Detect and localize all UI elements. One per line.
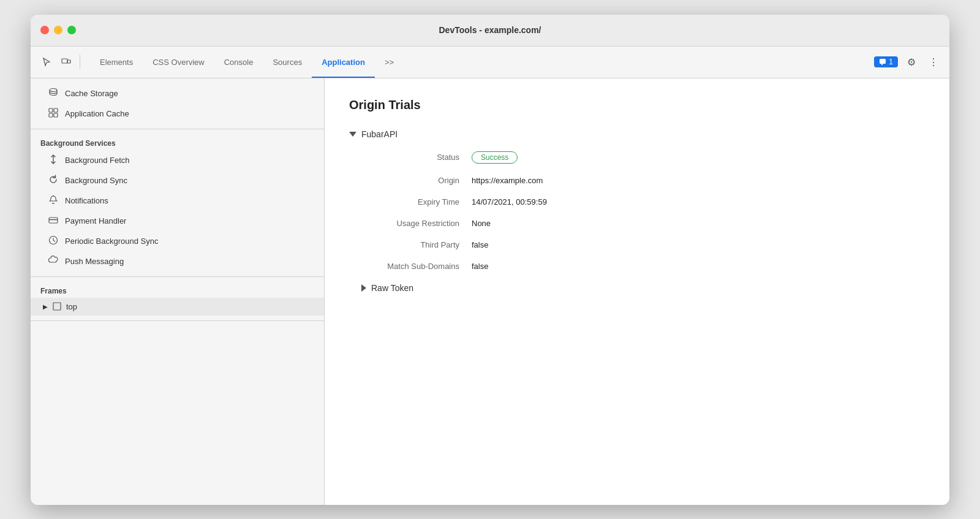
settings-button[interactable]: ⚙	[903, 53, 920, 70]
top-frame-label: top	[66, 302, 77, 311]
expiry-time-row: Expiry Time 14/07/2021, 00:59:59	[349, 197, 925, 206]
collapse-icon[interactable]	[349, 132, 356, 137]
sidebar-item-background-sync[interactable]: Background Sync	[31, 170, 324, 191]
status-badge: Success	[472, 151, 518, 164]
sidebar-item-top-frame[interactable]: ▶ top	[31, 298, 324, 316]
main-panel: Origin Trials FubarAPI Status Success Or…	[325, 78, 949, 505]
storage-section: Cache Storage Application Cache	[31, 78, 324, 129]
cache-storage-label: Cache Storage	[65, 89, 118, 98]
usage-restriction-value: None	[472, 219, 491, 228]
sidebar-item-push-messaging[interactable]: Push Messaging	[31, 251, 324, 271]
svg-rect-8	[54, 113, 58, 117]
database-icon	[48, 88, 58, 97]
svg-rect-10	[49, 218, 58, 223]
payment-handler-label: Payment Handler	[65, 216, 126, 225]
origin-label: Origin	[361, 176, 472, 185]
third-party-row: Third Party false	[349, 240, 925, 249]
notification-badge[interactable]: 1	[874, 56, 898, 67]
raw-token-row: Raw Token	[349, 283, 925, 293]
minimize-button[interactable]	[54, 26, 62, 34]
periodic-background-sync-label: Periodic Background Sync	[65, 237, 158, 246]
raw-token-label: Raw Token	[371, 283, 413, 293]
third-party-label: Third Party	[361, 240, 472, 249]
comment-icon	[879, 58, 886, 66]
more-options-button[interactable]: ⋮	[925, 53, 942, 70]
notifications-icon	[48, 195, 59, 206]
usage-restriction-label: Usage Restriction	[361, 219, 472, 228]
periodic-sync-icon	[48, 235, 59, 247]
cloud-icon	[48, 256, 58, 265]
tab-sources[interactable]: Sources	[263, 47, 312, 78]
titlebar: DevTools - example.com/	[31, 15, 949, 47]
clock-icon	[48, 235, 58, 245]
svg-rect-2	[880, 59, 886, 64]
application-cache-icon	[48, 108, 59, 119]
svg-rect-13	[53, 303, 61, 310]
expiry-time-value: 14/07/2021, 00:59:59	[472, 197, 547, 206]
api-section: FubarAPI Status Success Origin https://e…	[349, 129, 925, 293]
svg-rect-5	[49, 108, 53, 112]
svg-marker-3	[881, 64, 883, 66]
tab-application[interactable]: Application	[312, 47, 375, 78]
svg-rect-7	[49, 113, 53, 117]
bell-icon	[48, 195, 58, 205]
notification-count: 1	[889, 58, 893, 66]
match-sub-domains-label: Match Sub-Domains	[361, 262, 472, 271]
push-messaging-icon	[48, 256, 59, 267]
tab-css-overview[interactable]: CSS Overview	[143, 47, 214, 78]
background-fetch-label: Background Fetch	[65, 156, 130, 165]
sidebar-item-application-cache[interactable]: Application Cache	[31, 104, 324, 124]
usage-restriction-row: Usage Restriction None	[349, 219, 925, 228]
sidebar-item-periodic-background-sync[interactable]: Periodic Background Sync	[31, 231, 324, 251]
status-row: Status Success	[349, 151, 925, 164]
cursor-tool-button[interactable]	[38, 53, 55, 70]
toolbar-right: 1 ⚙ ⋮	[874, 53, 942, 70]
sidebar-item-background-fetch[interactable]: Background Fetch	[31, 150, 324, 170]
sync-icon	[48, 175, 58, 184]
api-name: FubarAPI	[361, 129, 398, 139]
svg-rect-0	[62, 59, 67, 63]
background-fetch-icon	[48, 154, 59, 166]
svg-rect-1	[67, 60, 70, 63]
device-toggle-button[interactable]	[58, 53, 75, 70]
frame-icon	[53, 302, 61, 311]
status-label: Status	[361, 153, 472, 162]
frames-header: Frames	[31, 282, 324, 298]
card-icon	[48, 215, 58, 225]
cache-storage-icon	[48, 88, 59, 99]
tab-elements[interactable]: Elements	[90, 47, 143, 78]
notifications-label: Notifications	[65, 196, 108, 205]
more-tabs-button[interactable]: >>	[375, 47, 404, 78]
cursor-icon	[42, 57, 51, 67]
expand-raw-token-icon[interactable]	[361, 284, 366, 292]
match-sub-domains-value: false	[472, 262, 488, 271]
api-header: FubarAPI	[349, 129, 925, 139]
grid-icon	[48, 108, 58, 118]
sidebar-item-notifications[interactable]: Notifications	[31, 191, 324, 211]
svg-point-4	[50, 88, 57, 91]
close-button[interactable]	[40, 26, 49, 34]
sidebar: Cache Storage Application Cache	[31, 78, 325, 505]
window-title: DevTools - example.com/	[439, 25, 541, 35]
expand-icon: ▶	[43, 303, 48, 310]
tab-bar: Elements CSS Overview Console Sources Ap…	[90, 47, 404, 78]
sidebar-item-payment-handler[interactable]: Payment Handler	[31, 211, 324, 231]
toolbar: Elements CSS Overview Console Sources Ap…	[31, 47, 949, 78]
match-sub-domains-row: Match Sub-Domains false	[349, 262, 925, 271]
sidebar-item-cache-storage[interactable]: Cache Storage	[31, 83, 324, 104]
third-party-value: false	[472, 240, 488, 249]
svg-rect-6	[54, 108, 58, 112]
maximize-button[interactable]	[67, 26, 76, 34]
background-sync-label: Background Sync	[65, 176, 127, 185]
application-cache-label: Application Cache	[65, 109, 129, 118]
content-area: Cache Storage Application Cache	[31, 78, 949, 505]
device-icon	[61, 57, 71, 67]
payment-handler-icon	[48, 215, 59, 227]
origin-row: Origin https://example.com	[349, 176, 925, 185]
tab-console[interactable]: Console	[214, 47, 263, 78]
expiry-time-label: Expiry Time	[361, 197, 472, 206]
page-title: Origin Trials	[349, 98, 925, 112]
background-sync-icon	[48, 175, 59, 186]
origin-value: https://example.com	[472, 176, 543, 185]
background-services-header: Background Services	[31, 134, 324, 150]
